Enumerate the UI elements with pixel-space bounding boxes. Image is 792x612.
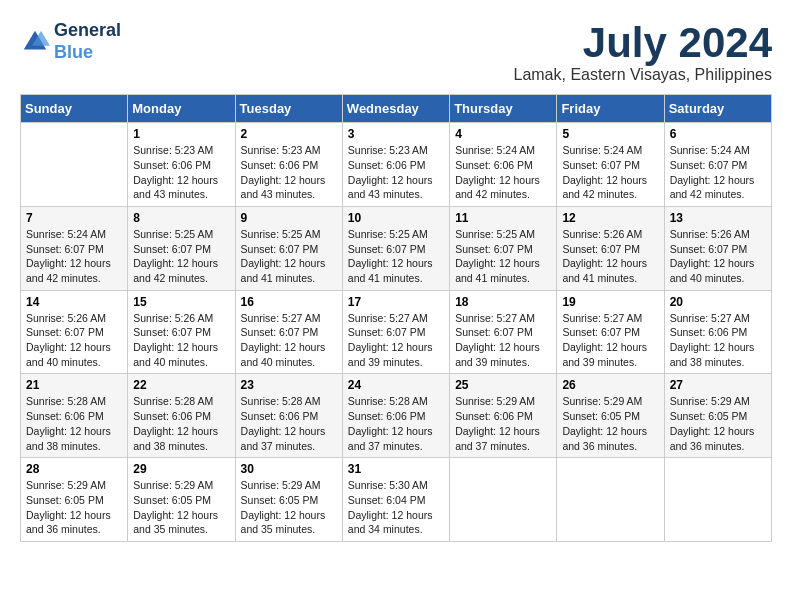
day-info: Sunrise: 5:27 AM Sunset: 6:07 PM Dayligh… [241, 311, 337, 370]
day-header-friday: Friday [557, 95, 664, 123]
calendar-cell: 10Sunrise: 5:25 AM Sunset: 6:07 PM Dayli… [342, 206, 449, 290]
calendar-week-row: 1Sunrise: 5:23 AM Sunset: 6:06 PM Daylig… [21, 123, 772, 207]
day-info: Sunrise: 5:29 AM Sunset: 6:05 PM Dayligh… [133, 478, 229, 537]
day-number: 27 [670, 378, 766, 392]
calendar-cell: 1Sunrise: 5:23 AM Sunset: 6:06 PM Daylig… [128, 123, 235, 207]
day-header-wednesday: Wednesday [342, 95, 449, 123]
day-number: 19 [562, 295, 658, 309]
calendar-cell: 11Sunrise: 5:25 AM Sunset: 6:07 PM Dayli… [450, 206, 557, 290]
day-number: 31 [348, 462, 444, 476]
day-header-sunday: Sunday [21, 95, 128, 123]
day-info: Sunrise: 5:24 AM Sunset: 6:07 PM Dayligh… [562, 143, 658, 202]
day-info: Sunrise: 5:29 AM Sunset: 6:05 PM Dayligh… [562, 394, 658, 453]
day-number: 3 [348, 127, 444, 141]
logo: General Blue [20, 20, 121, 63]
calendar-cell: 17Sunrise: 5:27 AM Sunset: 6:07 PM Dayli… [342, 290, 449, 374]
day-number: 8 [133, 211, 229, 225]
calendar-week-row: 21Sunrise: 5:28 AM Sunset: 6:06 PM Dayli… [21, 374, 772, 458]
calendar-week-row: 14Sunrise: 5:26 AM Sunset: 6:07 PM Dayli… [21, 290, 772, 374]
calendar-cell: 23Sunrise: 5:28 AM Sunset: 6:06 PM Dayli… [235, 374, 342, 458]
day-info: Sunrise: 5:29 AM Sunset: 6:06 PM Dayligh… [455, 394, 551, 453]
calendar-cell: 2Sunrise: 5:23 AM Sunset: 6:06 PM Daylig… [235, 123, 342, 207]
calendar-cell: 15Sunrise: 5:26 AM Sunset: 6:07 PM Dayli… [128, 290, 235, 374]
day-number: 6 [670, 127, 766, 141]
day-info: Sunrise: 5:23 AM Sunset: 6:06 PM Dayligh… [241, 143, 337, 202]
day-number: 12 [562, 211, 658, 225]
day-info: Sunrise: 5:28 AM Sunset: 6:06 PM Dayligh… [348, 394, 444, 453]
logo-icon [20, 27, 50, 57]
calendar-cell: 22Sunrise: 5:28 AM Sunset: 6:06 PM Dayli… [128, 374, 235, 458]
day-number: 28 [26, 462, 122, 476]
calendar-cell: 28Sunrise: 5:29 AM Sunset: 6:05 PM Dayli… [21, 458, 128, 542]
day-number: 5 [562, 127, 658, 141]
day-number: 30 [241, 462, 337, 476]
day-number: 22 [133, 378, 229, 392]
calendar-cell [450, 458, 557, 542]
calendar-cell: 5Sunrise: 5:24 AM Sunset: 6:07 PM Daylig… [557, 123, 664, 207]
day-number: 26 [562, 378, 658, 392]
calendar-cell: 4Sunrise: 5:24 AM Sunset: 6:06 PM Daylig… [450, 123, 557, 207]
day-info: Sunrise: 5:25 AM Sunset: 6:07 PM Dayligh… [455, 227, 551, 286]
day-number: 13 [670, 211, 766, 225]
day-number: 20 [670, 295, 766, 309]
calendar-header-row: SundayMondayTuesdayWednesdayThursdayFrid… [21, 95, 772, 123]
calendar-cell: 21Sunrise: 5:28 AM Sunset: 6:06 PM Dayli… [21, 374, 128, 458]
day-number: 9 [241, 211, 337, 225]
calendar-cell: 7Sunrise: 5:24 AM Sunset: 6:07 PM Daylig… [21, 206, 128, 290]
day-info: Sunrise: 5:28 AM Sunset: 6:06 PM Dayligh… [241, 394, 337, 453]
calendar-cell [557, 458, 664, 542]
calendar-cell: 3Sunrise: 5:23 AM Sunset: 6:06 PM Daylig… [342, 123, 449, 207]
day-number: 21 [26, 378, 122, 392]
day-info: Sunrise: 5:27 AM Sunset: 6:07 PM Dayligh… [348, 311, 444, 370]
calendar-cell [664, 458, 771, 542]
calendar-cell: 24Sunrise: 5:28 AM Sunset: 6:06 PM Dayli… [342, 374, 449, 458]
day-info: Sunrise: 5:24 AM Sunset: 6:07 PM Dayligh… [26, 227, 122, 286]
calendar-cell: 14Sunrise: 5:26 AM Sunset: 6:07 PM Dayli… [21, 290, 128, 374]
calendar-cell: 18Sunrise: 5:27 AM Sunset: 6:07 PM Dayli… [450, 290, 557, 374]
day-info: Sunrise: 5:29 AM Sunset: 6:05 PM Dayligh… [26, 478, 122, 537]
day-header-tuesday: Tuesday [235, 95, 342, 123]
day-number: 16 [241, 295, 337, 309]
day-info: Sunrise: 5:25 AM Sunset: 6:07 PM Dayligh… [133, 227, 229, 286]
calendar-cell: 9Sunrise: 5:25 AM Sunset: 6:07 PM Daylig… [235, 206, 342, 290]
day-info: Sunrise: 5:26 AM Sunset: 6:07 PM Dayligh… [133, 311, 229, 370]
calendar-cell: 27Sunrise: 5:29 AM Sunset: 6:05 PM Dayli… [664, 374, 771, 458]
day-info: Sunrise: 5:25 AM Sunset: 6:07 PM Dayligh… [241, 227, 337, 286]
calendar-cell: 20Sunrise: 5:27 AM Sunset: 6:06 PM Dayli… [664, 290, 771, 374]
day-number: 1 [133, 127, 229, 141]
day-info: Sunrise: 5:23 AM Sunset: 6:06 PM Dayligh… [348, 143, 444, 202]
day-header-saturday: Saturday [664, 95, 771, 123]
day-info: Sunrise: 5:26 AM Sunset: 6:07 PM Dayligh… [670, 227, 766, 286]
calendar-cell: 16Sunrise: 5:27 AM Sunset: 6:07 PM Dayli… [235, 290, 342, 374]
calendar-cell: 29Sunrise: 5:29 AM Sunset: 6:05 PM Dayli… [128, 458, 235, 542]
day-info: Sunrise: 5:25 AM Sunset: 6:07 PM Dayligh… [348, 227, 444, 286]
calendar-cell [21, 123, 128, 207]
calendar-table: SundayMondayTuesdayWednesdayThursdayFrid… [20, 94, 772, 542]
calendar-cell: 30Sunrise: 5:29 AM Sunset: 6:05 PM Dayli… [235, 458, 342, 542]
day-header-monday: Monday [128, 95, 235, 123]
day-number: 4 [455, 127, 551, 141]
day-number: 25 [455, 378, 551, 392]
day-number: 2 [241, 127, 337, 141]
day-number: 18 [455, 295, 551, 309]
day-number: 17 [348, 295, 444, 309]
calendar-cell: 6Sunrise: 5:24 AM Sunset: 6:07 PM Daylig… [664, 123, 771, 207]
calendar-cell: 25Sunrise: 5:29 AM Sunset: 6:06 PM Dayli… [450, 374, 557, 458]
calendar-week-row: 7Sunrise: 5:24 AM Sunset: 6:07 PM Daylig… [21, 206, 772, 290]
calendar-cell: 12Sunrise: 5:26 AM Sunset: 6:07 PM Dayli… [557, 206, 664, 290]
day-info: Sunrise: 5:24 AM Sunset: 6:07 PM Dayligh… [670, 143, 766, 202]
calendar-cell: 13Sunrise: 5:26 AM Sunset: 6:07 PM Dayli… [664, 206, 771, 290]
day-header-thursday: Thursday [450, 95, 557, 123]
day-number: 11 [455, 211, 551, 225]
day-info: Sunrise: 5:24 AM Sunset: 6:06 PM Dayligh… [455, 143, 551, 202]
day-info: Sunrise: 5:28 AM Sunset: 6:06 PM Dayligh… [133, 394, 229, 453]
day-number: 10 [348, 211, 444, 225]
calendar-week-row: 28Sunrise: 5:29 AM Sunset: 6:05 PM Dayli… [21, 458, 772, 542]
day-number: 14 [26, 295, 122, 309]
title-section: July 2024 Lamak, Eastern Visayas, Philip… [513, 20, 772, 84]
day-info: Sunrise: 5:29 AM Sunset: 6:05 PM Dayligh… [241, 478, 337, 537]
logo-text: General Blue [54, 20, 121, 63]
page-header: General Blue July 2024 Lamak, Eastern Vi… [20, 20, 772, 84]
day-info: Sunrise: 5:27 AM Sunset: 6:07 PM Dayligh… [562, 311, 658, 370]
day-info: Sunrise: 5:27 AM Sunset: 6:07 PM Dayligh… [455, 311, 551, 370]
